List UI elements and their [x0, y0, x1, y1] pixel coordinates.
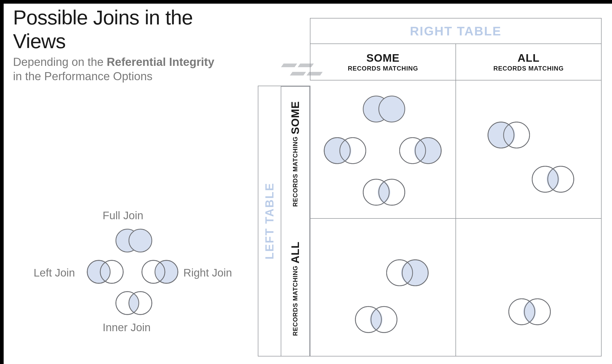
- row-header-some: RECORDS MATCHING SOME: [281, 86, 309, 221]
- venn-left-icon: [84, 258, 126, 286]
- legend-right-label: Right Join: [183, 267, 232, 279]
- venn-inner-icon: [113, 289, 155, 317]
- col-axis-title: RIGHT TABLE: [310, 18, 602, 44]
- svg-point-1: [129, 229, 152, 252]
- cell-some-all: [455, 80, 601, 218]
- col-header-all: ALL RECORDS MATCHING: [456, 44, 601, 80]
- venn-right-icon: [139, 258, 181, 286]
- join-matrix: RIGHT TABLE SOME RECORDS MATCHING ALL RE…: [258, 18, 602, 356]
- legend-left-label: Left Join: [34, 267, 75, 279]
- page-title: Possible Joins in the Views: [13, 6, 247, 53]
- cell-all-all: [455, 218, 601, 356]
- venn-full-icon: [113, 226, 155, 255]
- heading-block: Possible Joins in the Views Depending on…: [13, 6, 247, 83]
- cell-all-some: [310, 218, 455, 356]
- cell-some-some: [310, 80, 455, 218]
- svg-point-15: [379, 96, 405, 122]
- row-header-all: RECORDS MATCHING ALL: [281, 221, 309, 356]
- row-axis-title: LEFT TABLE: [258, 86, 281, 356]
- legend-full-label: Full Join: [103, 209, 143, 222]
- col-header-some: SOME RECORDS MATCHING: [310, 44, 456, 80]
- page-subtitle: Depending on the Referential Integrity i…: [13, 55, 247, 83]
- legend-inner-label: Inner Join: [103, 321, 151, 334]
